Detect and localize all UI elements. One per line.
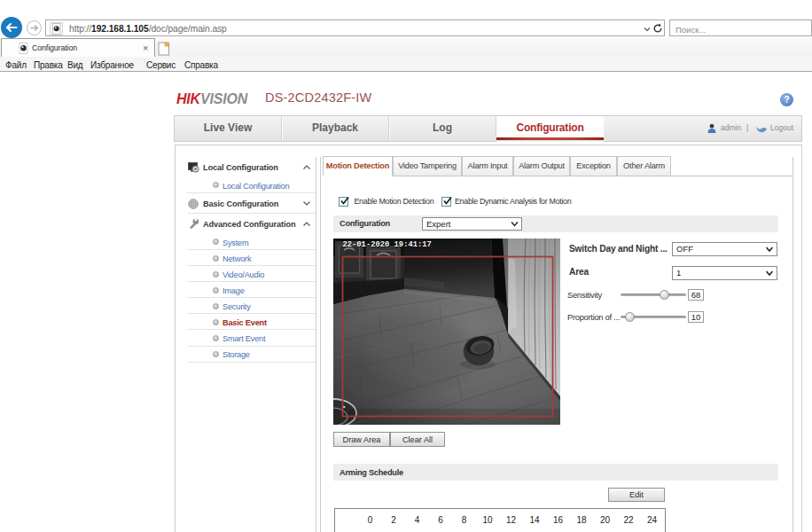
svg-text:22-01-2020 19:41:17: 22-01-2020 19:41:17 (343, 240, 432, 249)
